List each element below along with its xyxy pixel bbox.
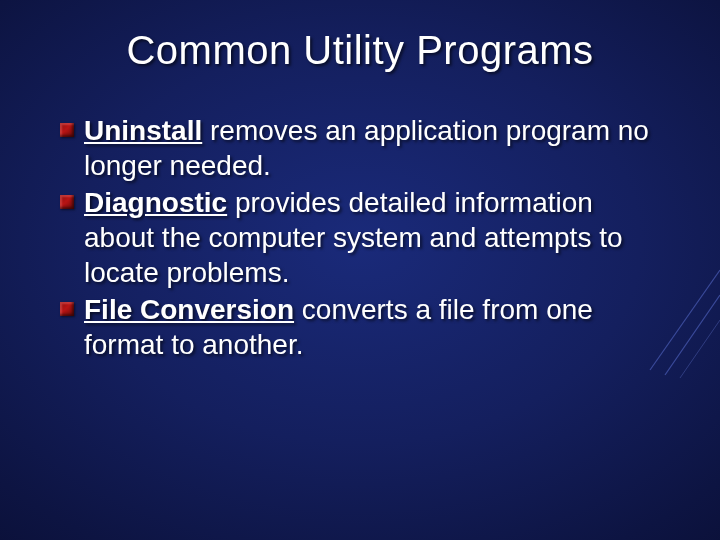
bullet-list: Uninstall removes an application program… [60,113,660,362]
list-item: File Conversion converts a file from one… [60,292,660,362]
list-item: Diagnostic provides detailed information… [60,185,660,290]
list-item-text: File Conversion converts a file from one… [84,292,660,362]
list-item-text: Uninstall removes an application program… [84,113,660,183]
term: Diagnostic [84,187,227,218]
bullet-icon [60,195,74,209]
list-item-text: Diagnostic provides detailed information… [84,185,660,290]
bullet-icon [60,302,74,316]
bullet-icon [60,123,74,137]
svg-line-0 [650,270,720,370]
term: File Conversion [84,294,294,325]
term: Uninstall [84,115,202,146]
svg-line-2 [680,320,720,378]
slide-title: Common Utility Programs [0,0,720,73]
list-item: Uninstall removes an application program… [60,113,660,183]
svg-line-1 [665,295,720,375]
